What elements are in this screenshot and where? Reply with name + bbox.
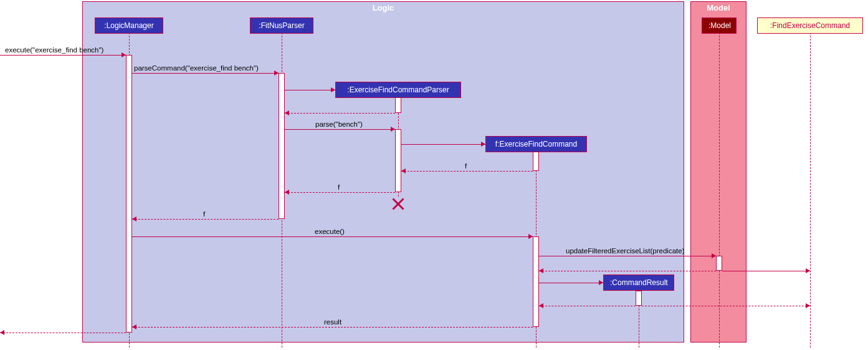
activation-fitnus-parser bbox=[279, 73, 285, 219]
msg-result-label: result bbox=[324, 318, 341, 326]
logic-box: Logic bbox=[82, 1, 684, 343]
lifeline-model bbox=[719, 32, 720, 348]
participant-efc-parser: :ExerciseFindCommandParser bbox=[335, 82, 461, 98]
destroy-icon bbox=[391, 197, 406, 211]
msg-update-arrow bbox=[712, 253, 716, 258]
msg-execute2-arrow bbox=[528, 234, 533, 239]
msg-return-cr-line bbox=[539, 306, 636, 306]
msg-model-to-fec-line bbox=[722, 271, 810, 271]
msg-model-to-fec-arrow bbox=[806, 268, 810, 273]
msg-execute1-arrow bbox=[122, 52, 126, 57]
msg-execute2-line bbox=[132, 236, 533, 237]
model-box: Model bbox=[690, 1, 746, 343]
msg-f2-line bbox=[285, 192, 395, 193]
msg-create-efcp-arrow bbox=[331, 87, 335, 92]
msg-f3-label: f bbox=[203, 210, 205, 218]
msg-execute2-label: execute() bbox=[315, 228, 345, 235]
activation-efc-1 bbox=[533, 151, 539, 171]
msg-return-model-line bbox=[539, 271, 716, 271]
msg-return-efcp-arrow bbox=[285, 110, 289, 115]
msg-cr-to-fec-line bbox=[642, 306, 810, 306]
participant-command-result: :CommandResult bbox=[603, 275, 674, 291]
msg-create-cr-arrow bbox=[599, 280, 603, 285]
lifeline-fec bbox=[810, 32, 811, 348]
msg-f1-arrow bbox=[401, 168, 406, 173]
msg-final-return-arrow bbox=[0, 330, 4, 335]
msg-parsecommand-label: parseCommand("exercise_find bench") bbox=[134, 64, 259, 72]
msg-f3-line bbox=[132, 219, 279, 220]
msg-result-line bbox=[132, 327, 533, 328]
logic-box-title: Logic bbox=[373, 3, 394, 12]
activation-efc-2 bbox=[533, 236, 539, 327]
msg-create-cr-line bbox=[539, 283, 603, 283]
model-box-title: Model bbox=[707, 3, 730, 12]
msg-create-efcp-line bbox=[285, 90, 335, 90]
msg-parsecommand-line bbox=[132, 73, 279, 74]
participant-model: :Model bbox=[702, 17, 737, 34]
activation-efc-parser-2 bbox=[395, 129, 401, 192]
msg-cr-to-fec-arrow bbox=[806, 303, 810, 308]
msg-parse-label: parse("bench") bbox=[315, 120, 363, 128]
msg-return-efcp-line bbox=[285, 113, 395, 114]
msg-return-cr-arrow bbox=[539, 303, 543, 308]
participant-logic-manager: :LogicManager bbox=[95, 17, 163, 34]
msg-parse-arrow bbox=[391, 127, 395, 132]
msg-f1-label: f bbox=[465, 162, 467, 170]
participant-find-exercise-command: :FindExerciseCommand bbox=[757, 17, 863, 34]
msg-parse-line bbox=[285, 129, 395, 130]
msg-update-label: updateFilteredExerciseList(predicate) bbox=[566, 247, 684, 255]
msg-update-line bbox=[539, 256, 716, 256]
activation-model bbox=[716, 256, 722, 271]
activation-command-result bbox=[636, 291, 642, 306]
msg-parsecommand-arrow bbox=[274, 70, 279, 75]
msg-result-arrow bbox=[132, 324, 136, 329]
msg-final-return-line bbox=[0, 333, 126, 333]
msg-execute1-line bbox=[0, 55, 126, 56]
msg-create-efc-line bbox=[401, 144, 485, 145]
msg-return-model-arrow bbox=[539, 268, 543, 273]
msg-create-efc-arrow bbox=[481, 142, 485, 147]
msg-f2-label: f bbox=[338, 183, 340, 191]
activation-efc-parser-1 bbox=[395, 97, 401, 113]
msg-f3-arrow bbox=[132, 216, 136, 221]
participant-efc: f:ExerciseFindCommand bbox=[485, 136, 587, 152]
msg-f1-line bbox=[401, 171, 533, 172]
activation-logic-manager bbox=[126, 55, 132, 333]
participant-fitnus-parser: :FitNusParser bbox=[250, 17, 313, 34]
msg-f2-arrow bbox=[285, 190, 289, 195]
msg-execute1-label: execute("exercise_find bench") bbox=[5, 46, 103, 54]
